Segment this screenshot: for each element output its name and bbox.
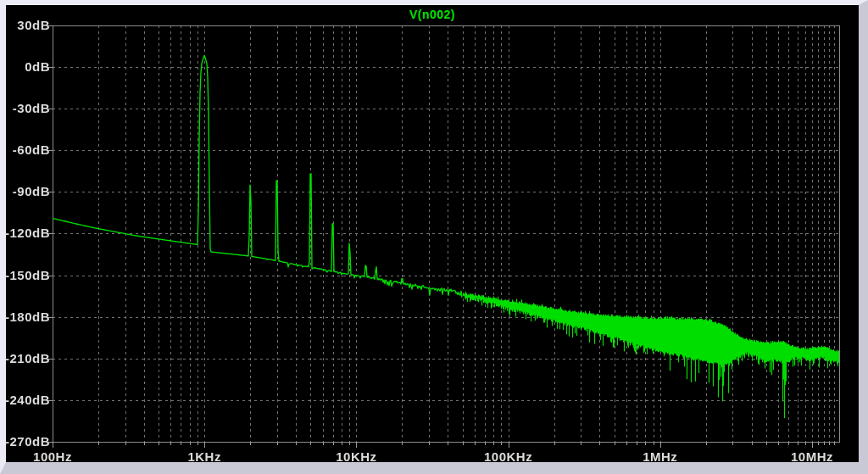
y-axis-label: -120dB [3, 226, 50, 240]
x-axis-label: 1KHz [166, 450, 242, 464]
y-axis-label: -30dB [3, 102, 50, 115]
y-axis-label: -150dB [3, 269, 50, 282]
y-axis-label: -90dB [3, 185, 50, 198]
y-axis-label: -180dB [3, 310, 50, 324]
x-axis-label: 10MHz [774, 450, 850, 464]
x-axis-label: 10KHz [318, 450, 394, 464]
y-axis-label: -60dB [3, 143, 50, 157]
plot-window: V(n002) 30dB0dB-30dB-60dB-90dB-120dB-150… [0, 0, 868, 474]
y-axis-label: 0dB [3, 60, 50, 74]
fft-plot-canvas[interactable] [6, 5, 859, 462]
y-axis-label: -240dB [3, 393, 50, 407]
y-axis-label: 30dB [3, 19, 50, 32]
y-axis-label: -270dB [3, 435, 50, 449]
y-axis-label: -210dB [3, 352, 50, 365]
x-axis-label: 1MHz [622, 450, 698, 464]
x-axis-label: 100Hz [14, 450, 91, 464]
x-axis-label: 100KHz [470, 450, 547, 464]
